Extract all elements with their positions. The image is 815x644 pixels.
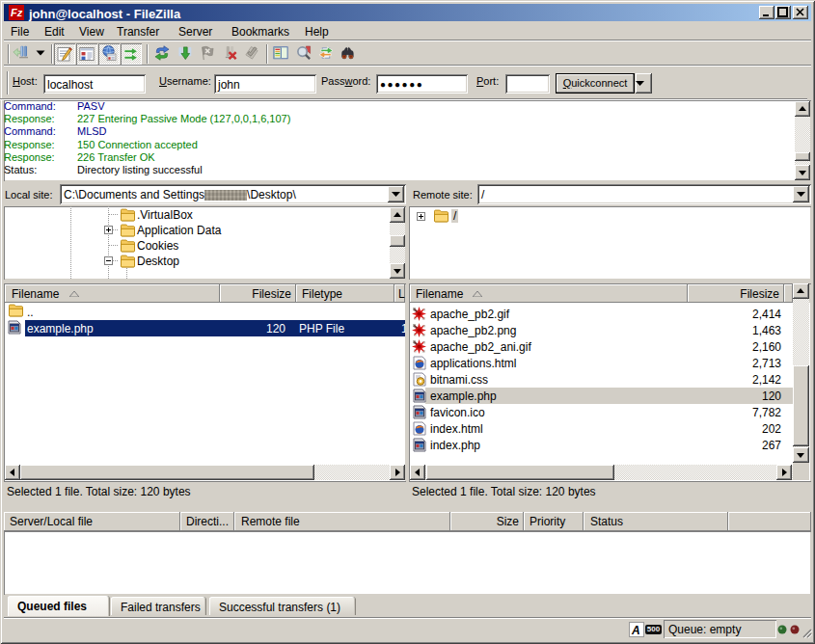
svg-text:Fz: Fz <box>11 7 23 18</box>
